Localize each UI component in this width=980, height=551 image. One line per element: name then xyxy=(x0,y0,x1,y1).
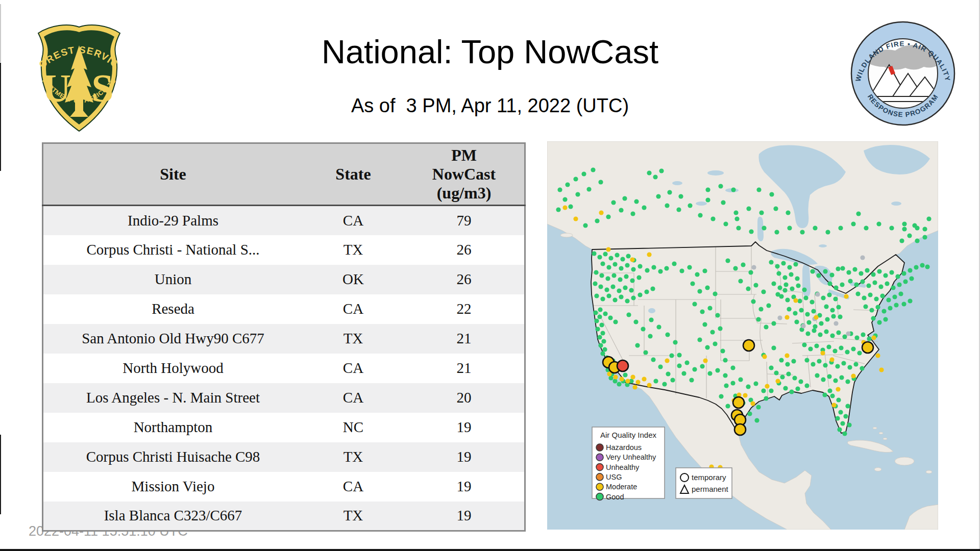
aqi-dot-good xyxy=(834,285,838,290)
aqi-dot-good xyxy=(776,271,781,276)
table-row: NorthamptonNC19 xyxy=(43,413,525,442)
aqi-dot-good xyxy=(581,171,586,176)
aqi-dot-good xyxy=(612,379,617,383)
jamaica xyxy=(874,468,881,471)
aqi-dot-good xyxy=(836,266,840,271)
aqi-dot-good xyxy=(736,226,741,230)
aqi-dot-good xyxy=(658,269,663,273)
aqi-dot-good xyxy=(692,302,697,306)
aqi-dot-good xyxy=(597,335,602,339)
aqi-dot-good xyxy=(738,377,743,382)
aqi-dot-good xyxy=(619,208,623,212)
aqi-dot-good xyxy=(764,324,768,329)
aqi-dot-good xyxy=(623,285,627,290)
cell-value: 21 xyxy=(404,324,525,354)
table-body: Indio-29 PalmsCA79Corpus Christi - Natio… xyxy=(43,206,525,531)
aqi-dot-moderate xyxy=(871,335,876,340)
aqi-dot-good xyxy=(718,326,722,331)
table-row: ResedaCA22 xyxy=(43,294,525,324)
aqi-dot-good xyxy=(753,381,758,386)
aqi-dot-good xyxy=(643,350,648,355)
aqi-dot-moderate xyxy=(665,358,669,363)
aqi-dot-good xyxy=(814,343,819,348)
aqi-dot-good xyxy=(851,221,855,226)
aqi-dot-good xyxy=(556,207,560,212)
aqi-dot-good xyxy=(605,276,610,281)
aqi-dot-good xyxy=(730,381,735,385)
aqi-dot-good xyxy=(733,210,738,215)
cell-state: TX xyxy=(303,502,404,531)
aqi-dot-good xyxy=(805,331,810,336)
aqi-dot-missing xyxy=(834,321,838,325)
aqi-dot-moderate xyxy=(814,315,818,319)
aqi-dot-good xyxy=(625,298,629,303)
aqi-dot-good xyxy=(634,199,639,204)
aqi-dot-good xyxy=(838,314,842,319)
aqi-dot-good xyxy=(638,292,642,297)
table-row: Los Angeles - N. Main StreetCA20 xyxy=(43,383,525,413)
cell-value: 19 xyxy=(404,442,525,472)
cell-state: CA xyxy=(303,472,404,502)
aqi-highlight-unhealthy xyxy=(617,360,628,371)
legend-swatch-usg xyxy=(596,473,603,481)
aqi-dot-good xyxy=(689,378,694,382)
aqi-dot-good xyxy=(854,282,859,287)
aqi-dot-good xyxy=(869,308,874,312)
aqi-dot-good xyxy=(608,315,612,320)
aqi-dot-good xyxy=(822,392,827,397)
aqi-dot-moderate xyxy=(647,252,651,257)
puerto-rico xyxy=(926,470,932,473)
aqi-dot-good xyxy=(888,306,892,310)
aqi-dot-good xyxy=(612,297,617,302)
aqi-highlight-moderate xyxy=(733,397,744,408)
aqi-dot-good xyxy=(853,362,858,366)
aqi-dot-good xyxy=(825,317,829,321)
aqi-dot-good xyxy=(779,358,783,362)
aqi-dot-good xyxy=(695,272,699,277)
aqi-dot-good xyxy=(687,265,692,269)
aqi-dot-good xyxy=(679,268,684,273)
aqi-dot-good xyxy=(830,393,835,398)
aqi-dot-good xyxy=(907,233,912,238)
page-title: National: Top NowCast xyxy=(0,33,980,71)
aqi-dot-good xyxy=(604,287,609,292)
aqi-dot-good xyxy=(886,297,891,302)
aqi-dot-good xyxy=(840,282,844,287)
aqi-dot-good xyxy=(653,379,658,383)
aqi-dot-good xyxy=(707,306,712,310)
aqi-dot-good xyxy=(665,332,670,337)
aqi-dot-good xyxy=(688,203,692,208)
aqi-dot-good xyxy=(600,296,605,301)
aqi-dot-good xyxy=(875,305,880,309)
aqi-dot-good xyxy=(771,321,776,325)
aqi-dot-good xyxy=(811,362,815,366)
aqi-dot-good xyxy=(677,353,681,357)
aqi-dot-good xyxy=(610,284,615,289)
aqi-dot-moderate xyxy=(762,354,767,359)
aqi-dot-moderate xyxy=(785,353,789,358)
aqi-dot-good xyxy=(629,288,633,292)
aqi-dot-good xyxy=(837,427,842,432)
aqi-dot-good xyxy=(644,289,649,294)
column-header-pm-nowcast: PM NowCast (ug/m3) xyxy=(404,143,525,206)
aqi-dot-good xyxy=(782,275,787,280)
aqi-dot-good xyxy=(702,268,707,273)
aqi-dot-good xyxy=(631,267,635,271)
aqi-dot-good xyxy=(725,258,730,263)
aqi-dot-good xyxy=(618,277,622,282)
aqi-dot-good xyxy=(798,379,803,384)
aqi-dot-good xyxy=(598,343,603,347)
aqi-dot-good xyxy=(795,276,799,281)
aqi-dot-good xyxy=(720,348,725,353)
aqi-dot-good xyxy=(826,344,831,349)
aqi-dot-good xyxy=(562,197,567,202)
aqi-dot-good xyxy=(557,187,562,192)
cell-site: Corpus Christi Huisache C98 xyxy=(43,442,303,472)
aqi-dot-good xyxy=(825,230,830,234)
cell-site: Indio-29 Palms xyxy=(43,206,303,235)
aqi-dot-good xyxy=(664,266,669,270)
aqi-dot-good xyxy=(715,313,720,317)
aqi-dot-good xyxy=(681,371,686,375)
cell-value: 19 xyxy=(404,502,525,531)
table-row: San Antonio Old Hwy90 C677TX21 xyxy=(43,324,525,354)
